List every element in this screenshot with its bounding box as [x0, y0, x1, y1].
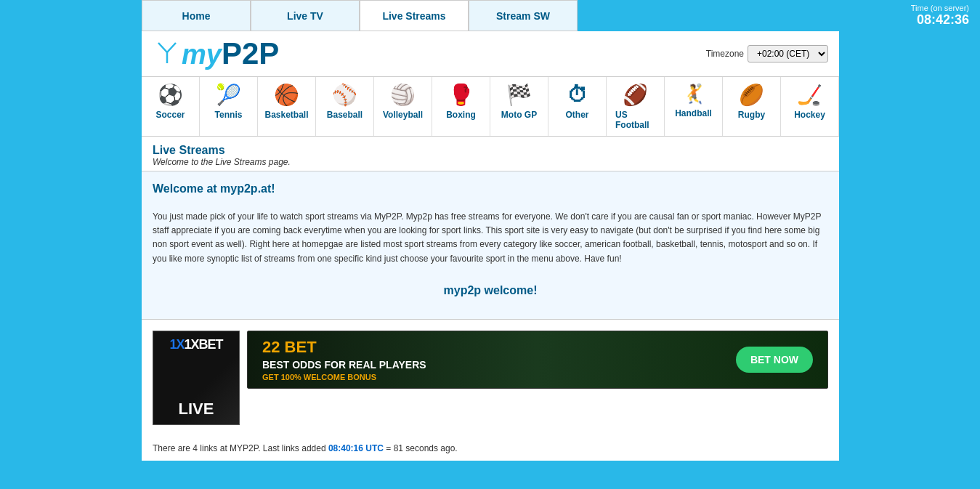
sport-other[interactable]: ⏱ Other [548, 77, 607, 136]
rugby-icon: 🏉 [739, 83, 764, 107]
time-label: Time (on server) [911, 4, 969, 12]
nav-live-streams[interactable]: Live Streams [360, 0, 469, 31]
live-streams-subtitle: Welcome to the Live Streams page. [153, 157, 828, 167]
nav-stream-sw[interactable]: Stream SW [469, 0, 578, 31]
nav-home[interactable]: Home [142, 0, 251, 31]
live-streams-section: Live Streams Welcome to the Live Streams… [142, 137, 839, 171]
tennis-icon: 🎾 [216, 83, 241, 107]
moto-gp-label: Moto GP [501, 110, 537, 120]
sport-basketball[interactable]: 🏀 Basketball [258, 77, 316, 136]
ad-banner-sub: GET 100% WELCOME BONUS [262, 373, 426, 381]
basketball-label: Basketball [264, 110, 308, 120]
us-football-label: US Football [615, 110, 655, 130]
handball-icon: 🤾 [682, 83, 705, 105]
handball-label: Handball [675, 108, 712, 118]
logo-p2p: P2P [222, 39, 279, 69]
hockey-icon: 🏒 [797, 83, 822, 107]
ad-banner-content: 22 BET BEST ODDS FOR REAL PLAYERS GET 10… [262, 338, 426, 381]
other-icon: ⏱ [567, 83, 588, 107]
footer-text-before: There are 4 links at MYP2P. Last links a… [153, 443, 328, 453]
footer-text-after: = 81 seconds ago. [386, 443, 457, 453]
baseball-icon: ⚾ [332, 83, 357, 107]
svg-line-0 [158, 43, 167, 52]
other-label: Other [565, 110, 588, 120]
moto-gp-icon: 🏁 [506, 83, 532, 107]
ad-1xbet-logo: 1X1XBET [169, 337, 222, 352]
sport-us-football[interactable]: 🏈 US Football [607, 77, 665, 136]
sport-moto-gp[interactable]: 🏁 Moto GP [490, 77, 548, 136]
sport-soccer[interactable]: ⚽ Soccer [142, 77, 200, 136]
top-nav: Home Live TV Live Streams Stream SW [142, 0, 578, 31]
sport-tennis[interactable]: 🎾 Tennis [200, 77, 258, 136]
welcome-heading: Welcome at myp2p.at! [153, 182, 828, 195]
sport-nav: ⚽ Soccer 🎾 Tennis 🏀 Basketball ⚾ Basebal… [142, 76, 839, 137]
hockey-label: Hockey [794, 110, 825, 120]
tennis-label: Tennis [215, 110, 243, 120]
boxing-icon: 🥊 [448, 83, 474, 107]
sport-hockey[interactable]: 🏒 Hockey [781, 77, 839, 136]
ad-1xbet-live: LIVE [179, 400, 214, 419]
footer-section: There are 4 links at MYP2P. Last links a… [142, 436, 839, 461]
timezone-dropdown[interactable]: +02:00 (CET) [748, 45, 828, 62]
ad-section: 1X1XBET LIVE 22 BET BEST ODDS FOR REAL P… [142, 320, 839, 436]
ad-22bet-brand: 22 BET [262, 338, 426, 357]
soccer-label: Soccer [155, 110, 185, 120]
logo-my: my [182, 41, 222, 68]
ad-banner-headline: BEST ODDS FOR REAL PLAYERS [262, 359, 426, 371]
boxing-label: Boxing [446, 110, 476, 120]
sport-baseball[interactable]: ⚾ Baseball [316, 77, 374, 136]
soccer-icon: ⚽ [158, 83, 183, 107]
timezone-selector: Timezone +02:00 (CET) [706, 45, 828, 62]
timezone-label: Timezone [706, 49, 744, 59]
header: my P2P Timezone +02:00 (CET) [142, 31, 839, 76]
basketball-icon: 🏀 [274, 83, 299, 107]
tv-antenna-icon [153, 41, 182, 67]
volleyball-label: Volleyball [383, 110, 423, 120]
nav-live-tv[interactable]: Live TV [251, 0, 360, 31]
baseball-label: Baseball [327, 110, 363, 120]
svg-line-1 [167, 43, 176, 52]
rugby-label: Rugby [738, 110, 765, 120]
sport-volleyball[interactable]: 🏐 Volleyball [374, 77, 432, 136]
ad-bet-now-button[interactable]: BET NOW [736, 347, 813, 373]
welcome-section: Welcome at myp2p.at! You just made pick … [142, 171, 839, 320]
sport-boxing[interactable]: 🥊 Boxing [432, 77, 490, 136]
welcome-cta: myp2p welcome! [153, 284, 828, 297]
time-display: Time (on server) 08:42:36 [900, 0, 980, 31]
live-streams-title: Live Streams [153, 144, 828, 157]
ad-22bet-banner[interactable]: 22 BET BEST ODDS FOR REAL PLAYERS GET 10… [247, 331, 828, 389]
welcome-text: You just made pick of your life to watch… [153, 210, 828, 266]
footer-time-value: 08:40:16 UTC [328, 443, 384, 453]
logo: my P2P [153, 39, 279, 69]
volleyball-icon: 🏐 [390, 83, 416, 107]
sport-rugby[interactable]: 🏉 Rugby [723, 77, 781, 136]
us-football-icon: 🏈 [623, 83, 648, 107]
sport-handball[interactable]: 🤾 Handball [665, 77, 723, 136]
time-value: 08:42:36 [911, 12, 969, 28]
ad-1xbet[interactable]: 1X1XBET LIVE [153, 331, 240, 425]
